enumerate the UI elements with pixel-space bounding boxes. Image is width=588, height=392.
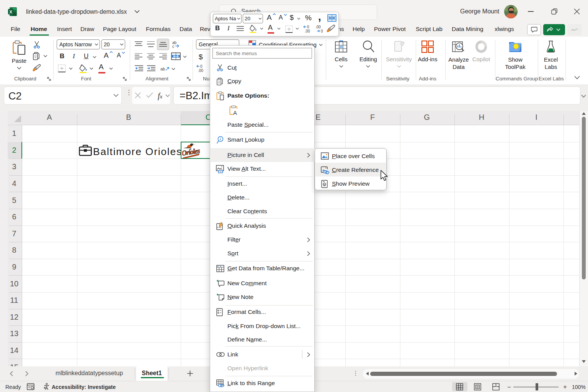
svg-text:.00: .00 — [315, 25, 321, 29]
svg-text:c: c — [172, 44, 174, 48]
svg-text:ab: ab — [160, 67, 165, 71]
svg-text:0: 0 — [321, 29, 323, 33]
svg-text:0: 0 — [200, 64, 203, 69]
svg-text:.00: .00 — [305, 29, 310, 33]
svg-text:A: A — [233, 109, 237, 116]
svg-text:X: X — [9, 10, 12, 14]
svg-text:0: 0 — [307, 25, 309, 29]
svg-text:.00: .00 — [198, 69, 203, 73]
